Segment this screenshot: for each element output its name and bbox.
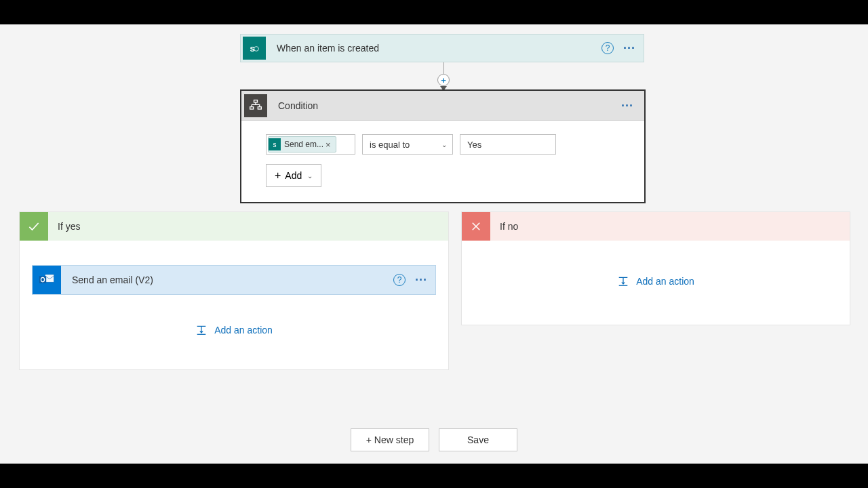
dynamic-content-token: s Send em... × bbox=[268, 136, 336, 152]
new-step-button[interactable]: + New step bbox=[351, 428, 429, 451]
add-action-icon bbox=[195, 325, 208, 335]
condition-body: s Send em... × is equal to ⌄ Yes + Add ⌄ bbox=[241, 121, 644, 202]
more-icon[interactable]: ··· bbox=[415, 278, 427, 282]
if-yes-label: If yes bbox=[58, 221, 80, 232]
operator-label: is equal to bbox=[370, 140, 410, 150]
save-button[interactable]: Save bbox=[439, 428, 517, 451]
outlook-icon bbox=[33, 266, 61, 294]
condition-left-operand[interactable]: s Send em... × bbox=[266, 134, 355, 155]
svg-rect-8 bbox=[45, 274, 54, 282]
add-action-label: Add an action bbox=[214, 325, 273, 336]
trigger-card[interactable]: s When an item is created ? ··· bbox=[240, 34, 644, 62]
letterbox-top bbox=[0, 0, 868, 24]
help-icon[interactable]: ? bbox=[393, 274, 406, 286]
check-icon bbox=[20, 212, 48, 241]
svg-marker-14 bbox=[199, 331, 203, 333]
svg-marker-20 bbox=[621, 282, 625, 285]
letterbox-bottom bbox=[0, 464, 868, 488]
flow-canvas: s When an item is created ? ··· + Condit… bbox=[0, 24, 868, 464]
connector: + bbox=[441, 62, 446, 89]
help-icon[interactable]: ? bbox=[601, 42, 614, 54]
if-no-header: If no bbox=[462, 212, 850, 241]
condition-value-input[interactable]: Yes bbox=[460, 134, 556, 155]
chevron-down-icon: ⌄ bbox=[441, 141, 447, 148]
value-text: Yes bbox=[467, 140, 481, 150]
add-action-button[interactable]: Add an action bbox=[462, 276, 850, 287]
condition-icon bbox=[244, 94, 267, 117]
more-icon[interactable]: ··· bbox=[623, 46, 635, 50]
svg-point-0 bbox=[254, 47, 258, 52]
send-email-action-card[interactable]: Send an email (V2) ? ··· bbox=[32, 265, 436, 295]
svg-rect-6 bbox=[250, 106, 254, 108]
bottom-buttons: + New step Save bbox=[0, 428, 868, 451]
add-label: Add bbox=[285, 170, 302, 181]
add-condition-button[interactable]: + Add ⌄ bbox=[266, 164, 321, 187]
more-icon[interactable]: ··· bbox=[621, 104, 633, 108]
add-action-label: Add an action bbox=[636, 276, 694, 287]
sharepoint-icon: s bbox=[269, 138, 281, 150]
condition-title: Condition bbox=[278, 100, 621, 111]
condition-row: s Send em... × is equal to ⌄ Yes bbox=[266, 134, 620, 155]
plus-icon: + bbox=[275, 169, 281, 182]
send-email-title: Send an email (V2) bbox=[72, 274, 393, 285]
if-no-branch: If no Add an action bbox=[461, 211, 850, 325]
condition-operator-select[interactable]: is equal to ⌄ bbox=[362, 134, 453, 155]
add-action-button[interactable]: Add an action bbox=[20, 325, 448, 336]
trigger-title: When an item is created bbox=[277, 43, 601, 54]
svg-rect-7 bbox=[258, 106, 261, 108]
sharepoint-icon: s bbox=[243, 37, 266, 60]
chevron-down-icon: ⌄ bbox=[307, 172, 313, 180]
add-action-icon bbox=[617, 277, 629, 286]
svg-rect-1 bbox=[254, 100, 258, 102]
if-no-label: If no bbox=[500, 221, 518, 232]
if-yes-header: If yes bbox=[20, 212, 448, 241]
remove-token-icon[interactable]: × bbox=[323, 140, 333, 150]
condition-card: Condition ··· s Send em... × is equal to… bbox=[240, 89, 646, 203]
insert-step-button[interactable]: + bbox=[437, 74, 450, 86]
x-icon bbox=[462, 212, 490, 241]
condition-header[interactable]: Condition ··· bbox=[241, 91, 644, 121]
if-yes-branch: If yes Send an email (V2) ? ··· Add an a… bbox=[19, 211, 449, 370]
token-label: Send em... bbox=[284, 140, 323, 149]
